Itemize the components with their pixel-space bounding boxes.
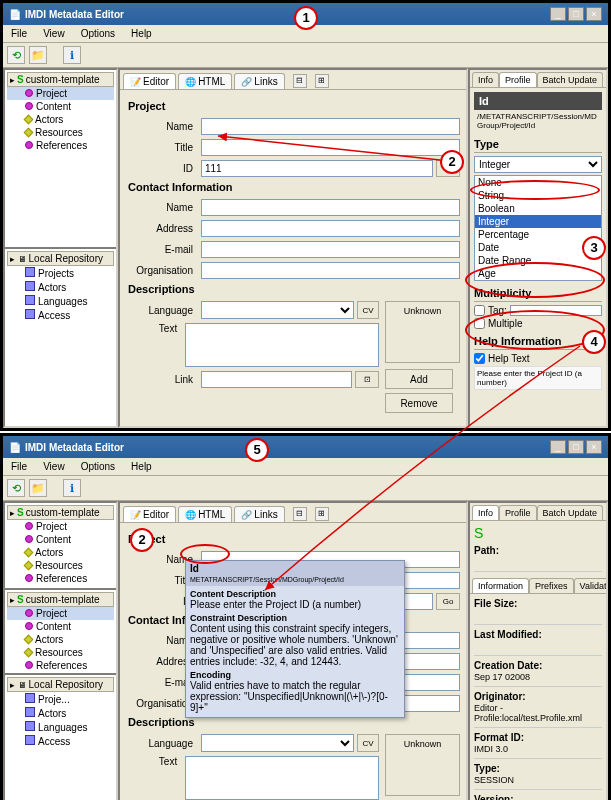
type-select[interactable]: Integer (474, 156, 602, 173)
remove-button[interactable]: Remove (385, 393, 453, 413)
tree-header-template[interactable]: ▸ S custom-template (7, 72, 114, 87)
rtab-info-b[interactable]: Info (472, 505, 499, 520)
menu-view[interactable]: View (39, 27, 69, 40)
open-icon-b[interactable]: 📁 (29, 479, 47, 497)
type-none[interactable]: None (475, 176, 601, 189)
tree-project-b1[interactable]: Project (7, 520, 114, 533)
type-boolean[interactable]: Boolean (475, 202, 601, 215)
info-icon-b[interactable]: ℹ (63, 479, 81, 497)
info-icon[interactable]: ℹ (63, 46, 81, 64)
text-area-b[interactable] (185, 756, 379, 800)
repo-access[interactable]: Access (7, 308, 114, 322)
address-field[interactable] (201, 220, 460, 237)
maximize-button[interactable]: □ (568, 7, 584, 21)
tree-project[interactable]: Project (7, 87, 114, 100)
name-field[interactable] (201, 118, 460, 135)
center-panel: 📝 Editor 🌐 HTML 🔗 Links ⊟ ⊞ Project Name… (118, 68, 468, 428)
title-field[interactable] (201, 139, 460, 156)
language-select[interactable] (201, 301, 354, 319)
subtab-prefixes[interactable]: Prefixes (529, 578, 574, 593)
tree-resources[interactable]: Resources (7, 126, 114, 139)
menu-view-b[interactable]: View (39, 460, 69, 473)
tree-content[interactable]: Content (7, 100, 114, 113)
minimize-button[interactable]: _ (550, 7, 566, 21)
link-field[interactable] (201, 371, 352, 388)
menu-options[interactable]: Options (77, 27, 119, 40)
type-integer[interactable]: Integer (475, 215, 601, 228)
subtab-validation[interactable]: Validation (574, 578, 606, 593)
tree-resources-b1[interactable]: Resources (7, 559, 114, 572)
contact-name-field[interactable] (201, 199, 460, 216)
repo-languages-b[interactable]: Languages (7, 720, 114, 734)
menu-options-b[interactable]: Options (77, 460, 119, 473)
tab-editor-b[interactable]: 📝 Editor (123, 506, 176, 522)
tree-resources-b2[interactable]: Resources (7, 646, 114, 659)
new-icon-b[interactable]: ⟲ (7, 479, 25, 497)
tab-html-b[interactable]: 🌐 HTML (178, 506, 232, 522)
rtab-batch-b[interactable]: Batch Update (537, 505, 604, 520)
repo-actors[interactable]: Actors (7, 280, 114, 294)
tree-header-template-b2[interactable]: ▸ S custom-template (7, 592, 114, 607)
close-button-b[interactable]: × (586, 440, 602, 454)
tree-content-b2[interactable]: Content (7, 620, 114, 633)
organisation-field[interactable] (201, 262, 460, 279)
tree-project-b2[interactable]: Project (7, 607, 114, 620)
tree-references-b2[interactable]: References (7, 659, 114, 672)
rtab-profile-b[interactable]: Profile (499, 505, 537, 520)
tab-html[interactable]: 🌐 HTML (178, 73, 232, 89)
tab-links-b[interactable]: 🔗 Links (234, 506, 284, 522)
tree-content-b1[interactable]: Content (7, 533, 114, 546)
tree-header-repo[interactable]: ▸ 🖥 Local Repository (7, 251, 114, 266)
tree-actors[interactable]: Actors (7, 113, 114, 126)
maximize-button-b[interactable]: □ (568, 440, 584, 454)
rtab-info[interactable]: Info (472, 72, 499, 87)
repo-actors-b[interactable]: Actors (7, 706, 114, 720)
tag-input[interactable] (510, 305, 602, 316)
collapse-icon-b[interactable]: ⊟ (293, 507, 307, 521)
tree-actors-b1[interactable]: Actors (7, 546, 114, 559)
text-area[interactable] (185, 323, 379, 367)
tag-checkbox[interactable] (474, 305, 485, 316)
path-text: /METATRANSCRIPT/Session/MDGroup/Project/… (474, 110, 602, 132)
expand-icon[interactable]: ⊞ (315, 74, 329, 88)
open-icon[interactable]: 📁 (29, 46, 47, 64)
minimize-button-b[interactable]: _ (550, 440, 566, 454)
collapse-icon[interactable]: ⊟ (293, 74, 307, 88)
tree-references[interactable]: References (7, 139, 114, 152)
new-icon[interactable]: ⟲ (7, 46, 25, 64)
section-project: Project (128, 100, 460, 112)
type-percentage[interactable]: Percentage (475, 228, 601, 241)
language-select-b[interactable] (201, 734, 354, 752)
rtab-profile[interactable]: Profile (499, 72, 537, 87)
cv-button-b[interactable]: CV (357, 734, 379, 752)
close-button[interactable]: × (586, 7, 602, 21)
go-button-b[interactable]: Go (436, 593, 460, 610)
repo-projects-b[interactable]: Proje... (7, 692, 114, 706)
cv-button[interactable]: CV (357, 301, 379, 319)
subtab-information[interactable]: Information (472, 578, 529, 593)
type-daterange[interactable]: Date Range (475, 254, 601, 267)
rtab-batch[interactable]: Batch Update (537, 72, 604, 87)
email-field[interactable] (201, 241, 460, 258)
menu-help-b[interactable]: Help (127, 460, 156, 473)
type-string[interactable]: String (475, 189, 601, 202)
tree-actors-b2[interactable]: Actors (7, 633, 114, 646)
tree-header-repo-b[interactable]: ▸ 🖥 Local Repository (7, 677, 114, 692)
tab-links[interactable]: 🔗 Links (234, 73, 284, 89)
tree-header-template-b[interactable]: ▸ S custom-template (7, 505, 114, 520)
menu-file[interactable]: File (7, 27, 31, 40)
repo-projects[interactable]: Projects (7, 266, 114, 280)
expand-icon-b[interactable]: ⊞ (315, 507, 329, 521)
tree-references-b1[interactable]: References (7, 572, 114, 585)
repo-languages[interactable]: Languages (7, 294, 114, 308)
repo-access-b[interactable]: Access (7, 734, 114, 748)
tab-editor[interactable]: 📝 Editor (123, 73, 176, 89)
menu-file-b[interactable]: File (7, 460, 31, 473)
helptext-checkbox[interactable] (474, 353, 485, 364)
id-field[interactable] (201, 160, 433, 177)
multiple-checkbox[interactable] (474, 318, 485, 329)
type-age[interactable]: Age (475, 267, 601, 280)
menu-help[interactable]: Help (127, 27, 156, 40)
link-go-button[interactable]: ⊡ (355, 371, 379, 388)
add-button[interactable]: Add (385, 369, 453, 389)
